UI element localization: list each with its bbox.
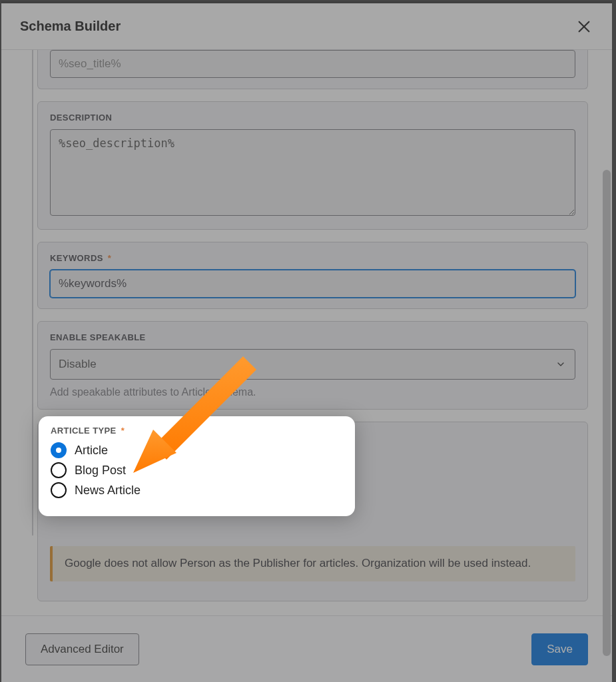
field-card-keywords: KEYWORDS *	[37, 242, 588, 309]
speakable-hint: Add speakable attributes to Article Sche…	[50, 386, 575, 398]
spotlight-article-type: ARTICLE TYPE * Article Blog Post News Ar…	[39, 416, 355, 516]
description-textarea[interactable]	[50, 129, 575, 216]
radio-article[interactable]: Article	[51, 442, 343, 458]
radio-blog-post[interactable]: Blog Post	[51, 462, 343, 478]
tree-connector-line	[32, 50, 33, 535]
keywords-label: KEYWORDS *	[50, 253, 575, 263]
modal-body: DESCRIPTION KEYWORDS * ENABLE SPEAKABLE …	[1, 50, 612, 615]
radio-label: Article	[75, 444, 108, 458]
seo-title-input[interactable]	[50, 50, 575, 78]
description-label: DESCRIPTION	[50, 113, 575, 123]
field-card-description: DESCRIPTION	[37, 101, 588, 230]
speakable-selected-value: Disable	[59, 358, 97, 371]
keywords-label-text: KEYWORDS	[50, 253, 103, 263]
close-icon	[577, 19, 591, 34]
field-card-seo-title	[37, 50, 588, 89]
article-type-label: ARTICLE TYPE *	[51, 426, 343, 436]
publisher-notice: Google does not allow Person as the Publ…	[50, 546, 575, 581]
radio-button-icon	[51, 442, 67, 458]
keywords-input[interactable]	[50, 270, 575, 298]
speakable-select-wrap: Disable	[50, 349, 575, 380]
schema-builder-modal: Schema Builder DESCRIPTION KEYWORDS *	[1, 1, 612, 682]
speakable-select[interactable]: Disable	[50, 349, 575, 380]
close-button[interactable]	[575, 17, 593, 36]
advanced-editor-button[interactable]: Advanced Editor	[25, 633, 139, 665]
field-card-speakable: ENABLE SPEAKABLE Disable Add speakable a…	[37, 321, 588, 410]
required-asterisk: *	[121, 426, 125, 436]
radio-label: Blog Post	[75, 464, 126, 478]
vertical-scrollbar[interactable]	[603, 170, 611, 656]
radio-button-icon	[51, 482, 67, 498]
publisher-notice-text: Google does not allow Person as the Publ…	[65, 557, 531, 569]
radio-news-article[interactable]: News Article	[51, 482, 343, 498]
required-asterisk: *	[108, 253, 111, 263]
save-button[interactable]: Save	[531, 633, 588, 665]
radio-label: News Article	[75, 484, 141, 498]
speakable-label: ENABLE SPEAKABLE	[50, 332, 575, 342]
save-label: Save	[547, 643, 573, 656]
modal-title: Schema Builder	[20, 19, 121, 34]
radio-button-icon	[51, 462, 67, 478]
modal-header: Schema Builder	[1, 3, 612, 50]
article-type-label-text: ARTICLE TYPE	[51, 426, 117, 436]
advanced-editor-label: Advanced Editor	[41, 643, 124, 656]
modal-footer: Advanced Editor Save	[1, 615, 612, 682]
chevron-down-icon	[555, 359, 566, 370]
